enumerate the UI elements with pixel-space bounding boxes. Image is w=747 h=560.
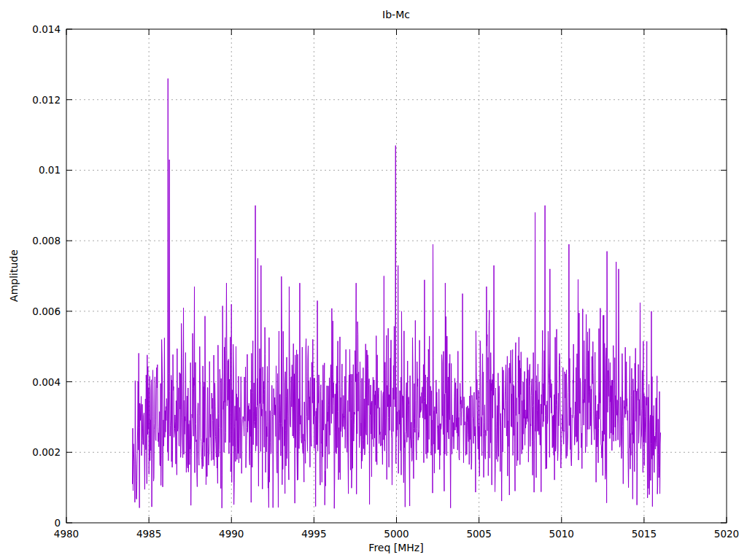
plot-frame — [66, 29, 727, 523]
x-tick-label: 5005 — [466, 528, 491, 540]
grid-lines — [66, 29, 727, 523]
y-axis-label: Amplitude — [8, 249, 20, 302]
axis-ticks — [66, 29, 727, 523]
x-tick-label: 4980 — [54, 528, 79, 540]
x-tick-label: 4985 — [136, 528, 161, 540]
chart-figure: 49804985499049955000500550105015502000.0… — [0, 0, 747, 560]
x-tick-label: 5015 — [632, 528, 657, 540]
y-tick-label: 0.01 — [39, 164, 61, 176]
y-tick-label: 0.002 — [32, 446, 61, 458]
x-tick-label: 4995 — [301, 528, 326, 540]
x-axis-label: Freq [MHz] — [368, 542, 423, 553]
x-tick-label: 5000 — [384, 528, 409, 540]
spectrum-chart: 49804985499049955000500550105015502000.0… — [0, 0, 747, 560]
y-tick-label: 0.012 — [32, 94, 61, 106]
y-tick-label: 0 — [54, 517, 61, 529]
y-tick-label: 0.004 — [32, 376, 61, 388]
x-tick-label: 5020 — [714, 528, 739, 540]
chart-title: Ib-Mc — [382, 9, 410, 20]
y-tick-label: 0.006 — [32, 306, 61, 317]
x-tick-label: 4990 — [219, 528, 244, 540]
x-tick-label: 5010 — [549, 528, 574, 540]
y-tick-label: 0.008 — [32, 235, 61, 246]
y-tick-label: 0.014 — [32, 23, 61, 35]
